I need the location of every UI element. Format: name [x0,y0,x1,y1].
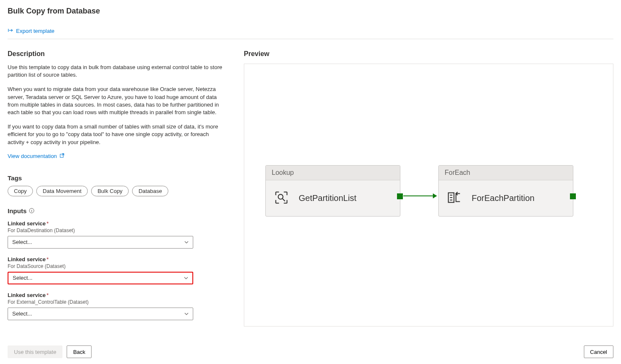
required-marker: * [46,256,49,262]
select-external-control-table[interactable]: Select... [8,308,193,320]
select-value: Select... [12,239,32,245]
inputs-heading: Inputs i [8,207,227,214]
preview-heading: Preview [244,50,613,58]
description-text: Use this template to copy data in bulk f… [8,64,227,146]
field-sublabel: For DataDestination (Dataset) [8,228,227,233]
chevron-down-icon [184,276,188,280]
field-label: Linked service [8,220,46,227]
view-documentation-link[interactable]: View documentation [8,153,65,159]
inputs-heading-label: Inputs [8,207,27,214]
chevron-down-icon [184,312,189,316]
description-p1: Use this template to copy data in bulk f… [8,64,227,79]
description-p2: When you want to migrate data from your … [8,86,227,116]
lookup-icon [273,190,289,207]
connector-line [403,195,433,196]
required-marker: * [46,220,49,227]
required-marker: * [46,292,49,298]
output-port[interactable] [397,193,403,199]
select-value: Select... [13,275,32,281]
export-template-label: Export template [16,28,54,34]
node-header: ForEach [439,166,573,180]
description-heading: Description [8,50,227,58]
tag-row: Copy Data Movement Bulk Copy Database [8,186,227,196]
export-template-link[interactable]: Export template [8,27,54,35]
node-name: GetPartitionList [299,193,356,203]
select-value: Select... [12,310,32,317]
view-documentation-label: View documentation [8,153,57,159]
svg-point-1 [278,194,283,199]
export-icon [8,27,14,35]
description-p3: If you want to copy data from a small nu… [8,123,227,146]
field-data-destination: Linked service* For DataDestination (Dat… [8,220,227,249]
output-port[interactable] [570,193,576,199]
tag-database[interactable]: Database [132,186,168,196]
field-label: Linked service [8,292,46,298]
preview-canvas[interactable]: Lookup GetPartition [244,64,613,327]
field-sublabel: For External_ControlTable (Dataset) [8,299,227,305]
select-data-source[interactable]: Select... [8,272,193,284]
select-data-destination[interactable]: Select... [8,236,193,249]
tag-bulk-copy[interactable]: Bulk Copy [91,186,129,196]
node-name: ForEachPartition [472,193,535,203]
tags-heading: Tags [8,174,227,182]
field-data-source: Linked service* For DataSource (Dataset)… [8,256,227,284]
tag-data-movement[interactable]: Data Movement [36,186,88,196]
chevron-down-icon [184,240,189,244]
toolbar: Export template [8,25,613,39]
node-foreach[interactable]: ForEach ForEachPartition [438,165,573,217]
node-header: Lookup [266,166,400,180]
foreach-icon [446,190,462,207]
tag-copy[interactable]: Copy [8,186,33,196]
field-external-control-table: Linked service* For External_ControlTabl… [8,292,227,320]
connector-arrow-icon [433,193,437,198]
external-link-icon [59,153,65,159]
field-label: Linked service [8,256,46,262]
page-title: Bulk Copy from Database [8,7,613,16]
field-sublabel: For DataSource (Dataset) [8,263,227,269]
node-lookup[interactable]: Lookup GetPartition [265,165,400,217]
info-icon[interactable]: i [29,208,34,213]
